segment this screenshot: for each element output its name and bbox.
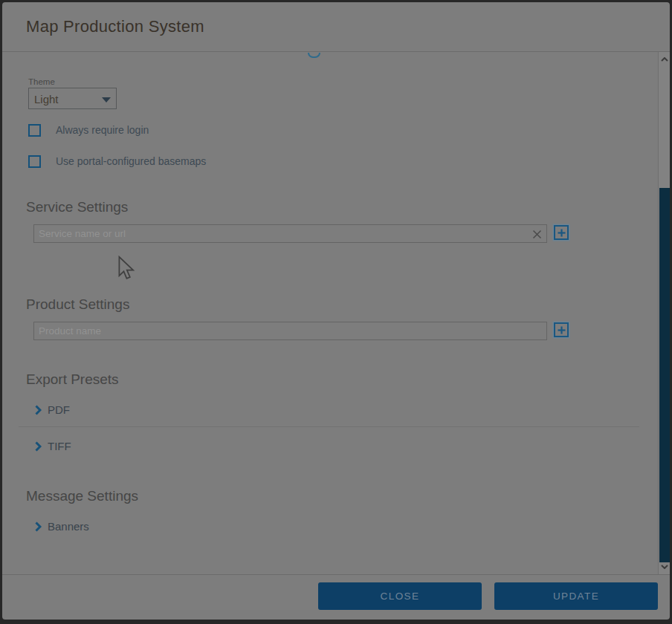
close-button[interactable]: CLOSE <box>318 582 482 610</box>
scroll-up-button[interactable] <box>659 53 670 65</box>
chevron-right-icon <box>35 405 42 415</box>
plus-icon <box>558 326 566 334</box>
dialog-header: Map Production System <box>2 2 670 52</box>
message-settings-heading: Message Settings <box>26 488 138 504</box>
checkbox-label: Use portal-configured basemaps <box>56 155 206 167</box>
vertical-scrollbar[interactable] <box>658 52 670 574</box>
theme-select-value: Light <box>34 93 59 105</box>
x-mark-icon <box>532 230 542 239</box>
page-title: Map Production System <box>26 17 204 36</box>
product-name-input[interactable] <box>33 322 547 340</box>
expander-label: TIFF <box>48 440 71 452</box>
theme-select[interactable]: Light <box>28 88 117 109</box>
add-product-button[interactable] <box>554 322 569 337</box>
scrollbar-thumb[interactable] <box>659 188 670 562</box>
scroll-down-button[interactable] <box>659 561 670 573</box>
product-settings-heading: Product Settings <box>26 296 129 313</box>
mouse-cursor-icon <box>117 256 135 281</box>
portal-basemaps-checkbox[interactable] <box>28 155 41 168</box>
theme-label: Theme <box>28 77 55 86</box>
service-settings-heading: Service Settings <box>26 199 128 215</box>
chevron-down-icon <box>102 97 111 103</box>
service-name-input[interactable] <box>33 224 547 243</box>
checkbox-label: Always require login <box>56 124 149 136</box>
expander-label: PDF <box>48 403 70 416</box>
map-production-system-dialog: Map Production System Theme Light Always… <box>2 2 670 620</box>
tiff-preset-expander[interactable]: TIFF <box>35 440 71 452</box>
export-presets-heading: Export Presets <box>26 371 119 388</box>
clear-service-input-button[interactable] <box>530 227 543 241</box>
expander-label: Banners <box>48 520 89 533</box>
plus-icon <box>558 229 566 237</box>
update-button[interactable]: UPDATE <box>494 582 658 610</box>
chevron-down-icon <box>661 565 668 569</box>
always-require-login-checkbox-row[interactable]: Always require login <box>28 123 149 137</box>
chevron-up-icon <box>661 57 668 62</box>
chevron-right-icon <box>35 441 42 452</box>
preset-divider <box>19 426 639 427</box>
pdf-preset-expander[interactable]: PDF <box>35 403 70 416</box>
dialog-footer: CLOSE UPDATE <box>2 574 670 620</box>
always-require-login-checkbox[interactable] <box>28 124 41 137</box>
scrolled-element-fragment <box>308 53 320 58</box>
chevron-right-icon <box>35 521 42 532</box>
banners-expander[interactable]: Banners <box>35 520 89 533</box>
portal-basemaps-checkbox-row[interactable]: Use portal-configured basemaps <box>28 155 206 168</box>
add-service-button[interactable] <box>554 225 569 240</box>
